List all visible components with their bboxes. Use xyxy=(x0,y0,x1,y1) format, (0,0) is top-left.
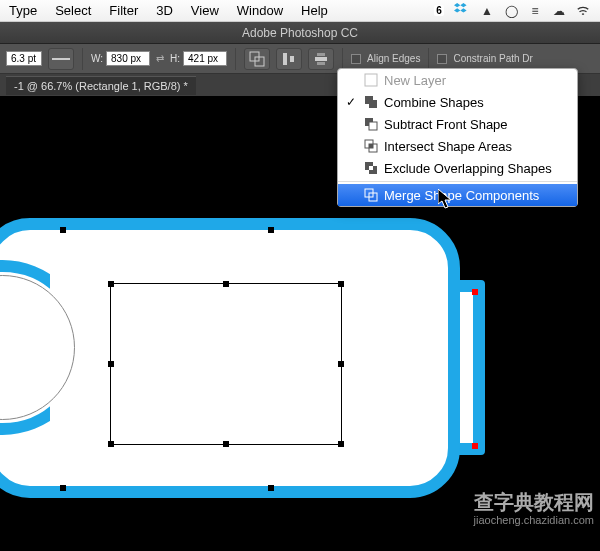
menu-subtract-front[interactable]: Subtract Front Shape xyxy=(338,113,577,135)
app-title: Adobe Photoshop CC xyxy=(242,26,358,40)
selection-handle-w[interactable] xyxy=(108,361,114,367)
width-input[interactable]: 830 px xyxy=(106,51,150,66)
svg-rect-10 xyxy=(369,100,377,108)
stroke-style-dropdown[interactable] xyxy=(48,48,74,70)
cc-icon[interactable]: ◯ xyxy=(502,2,520,20)
document-tab[interactable]: -1 @ 66.7% (Rectangle 1, RGB/8) * xyxy=(6,76,196,95)
tray-icon-1[interactable]: ≡ xyxy=(526,2,544,20)
menu-merge-components[interactable]: Merge Shape Components xyxy=(338,184,577,206)
svg-rect-4 xyxy=(290,56,294,62)
anchor-point-red[interactable] xyxy=(472,289,478,295)
mac-menubar: Type Select Filter 3D View Window Help 6… xyxy=(0,0,600,22)
svg-rect-7 xyxy=(317,62,325,65)
anchor-point[interactable] xyxy=(268,227,274,233)
menu-3d[interactable]: 3D xyxy=(147,3,182,18)
align-edges-checkbox[interactable]: Align Edges xyxy=(351,53,420,64)
menubar-tray: 6 ▲ ◯ ≡ ☁ xyxy=(406,2,600,20)
svg-rect-15 xyxy=(369,144,373,148)
menu-intersect-shapes[interactable]: Intersect Shape Areas xyxy=(338,135,577,157)
selection-handle-e[interactable] xyxy=(338,361,344,367)
height-label: H: xyxy=(170,53,180,64)
anchor-point[interactable] xyxy=(268,485,274,491)
menu-view[interactable]: View xyxy=(182,3,228,18)
selection-bounds[interactable] xyxy=(110,283,342,445)
apple-icon xyxy=(406,2,424,20)
wifi-icon[interactable] xyxy=(574,2,592,20)
anchor-point[interactable] xyxy=(60,227,66,233)
svg-rect-3 xyxy=(283,53,287,65)
path-arrange-button[interactable] xyxy=(308,48,334,70)
svg-rect-8 xyxy=(365,74,377,86)
selection-handle-n[interactable] xyxy=(223,281,229,287)
menu-filter[interactable]: Filter xyxy=(100,3,147,18)
menu-combine-shapes[interactable]: ✓ Combine Shapes xyxy=(338,91,577,113)
tray-icon-2[interactable]: ☁ xyxy=(550,2,568,20)
path-operations-button[interactable] xyxy=(244,48,270,70)
anchor-point[interactable] xyxy=(60,485,66,491)
menu-window[interactable]: Window xyxy=(228,3,292,18)
svg-rect-5 xyxy=(315,57,327,61)
anchor-point-red[interactable] xyxy=(472,443,478,449)
selection-handle-nw[interactable] xyxy=(108,281,114,287)
subtract-icon xyxy=(364,117,378,131)
svg-rect-18 xyxy=(369,166,373,170)
footer-bar xyxy=(0,529,600,551)
stroke-weight-input[interactable]: 6.3 pt xyxy=(6,51,42,66)
merge-icon xyxy=(364,188,378,202)
intersect-icon xyxy=(364,139,378,153)
menu-new-layer: New Layer xyxy=(338,69,577,91)
menu-separator xyxy=(338,181,577,182)
selection-handle-sw[interactable] xyxy=(108,441,114,447)
width-label: W: xyxy=(91,53,103,64)
svg-rect-12 xyxy=(369,122,377,130)
link-wh-icon[interactable]: ⇄ xyxy=(156,53,164,64)
menu-exclude-overlap[interactable]: Exclude Overlapping Shapes xyxy=(338,157,577,179)
new-layer-icon xyxy=(364,73,378,87)
menu-help[interactable]: Help xyxy=(292,3,337,18)
selection-handle-se[interactable] xyxy=(338,441,344,447)
mouse-cursor-icon xyxy=(438,189,454,209)
checkmark-icon: ✓ xyxy=(346,95,358,109)
combine-icon xyxy=(364,95,378,109)
drive-icon[interactable]: ▲ xyxy=(478,2,496,20)
menu-type[interactable]: Type xyxy=(0,3,46,18)
height-input[interactable]: 421 px xyxy=(183,51,227,66)
app-titlebar: Adobe Photoshop CC xyxy=(0,22,600,44)
dropbox-icon[interactable] xyxy=(454,2,472,20)
watermark: 查字典教程网 jiaocheng.chazidian.com xyxy=(474,490,594,527)
path-align-button[interactable] xyxy=(276,48,302,70)
path-operations-menu: New Layer ✓ Combine Shapes Subtract Fron… xyxy=(337,68,578,207)
constrain-path-checkbox[interactable]: Constrain Path Dr xyxy=(437,53,532,64)
selection-handle-ne[interactable] xyxy=(338,281,344,287)
svg-rect-6 xyxy=(317,53,325,56)
badge-6: 6 xyxy=(430,2,448,20)
selection-handle-s[interactable] xyxy=(223,441,229,447)
exclude-icon xyxy=(364,161,378,175)
menu-select[interactable]: Select xyxy=(46,3,100,18)
